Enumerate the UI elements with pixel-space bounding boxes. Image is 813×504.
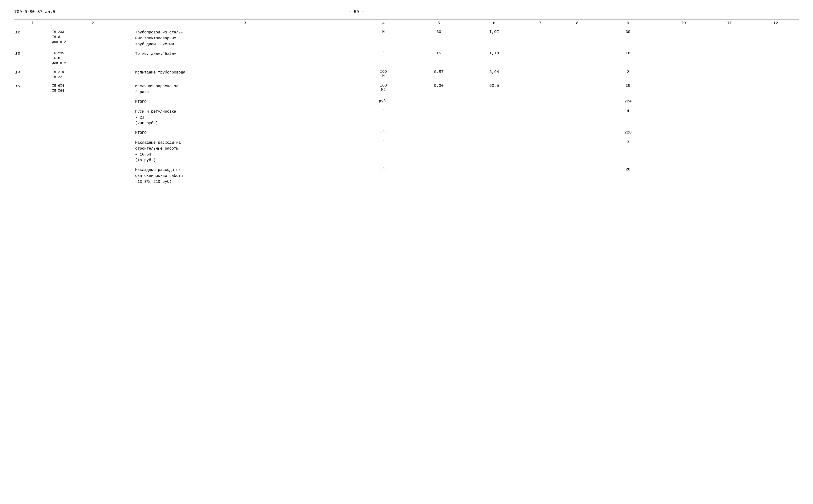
row-col10 <box>661 106 707 128</box>
row-code <box>51 165 134 186</box>
table-row: Накладные расходы на сантехнические рабо… <box>14 165 799 186</box>
col-header-3: 3 <box>134 19 356 27</box>
row-description: Испытание трубопровода <box>134 67 356 81</box>
row-col8 <box>559 165 596 186</box>
row-id: I4 <box>14 67 51 81</box>
row-col6 <box>466 137 522 165</box>
row-col12 <box>753 81 799 97</box>
row-col11 <box>707 27 753 49</box>
row-col12 <box>753 97 799 106</box>
row-col12 <box>753 27 799 49</box>
table-row: Накладные расходы на строительные работы… <box>14 137 799 165</box>
row-col6 <box>466 165 522 186</box>
row-unit: –"– <box>356 128 411 137</box>
table-row: I4I6-2I9 I6-22Испытание трубопроводаIOO … <box>14 67 799 81</box>
table-row: ИТОГОруб.224 <box>14 97 799 106</box>
row-col9: 28 <box>595 165 660 186</box>
row-description: Масляная окраска за 2 раза <box>134 81 356 97</box>
row-col8 <box>559 67 596 81</box>
row-code <box>51 128 134 137</box>
row-col8 <box>559 27 596 49</box>
row-description: Накладные расходы на строительные работы… <box>134 137 356 165</box>
row-col9: I8 <box>595 49 660 67</box>
row-col7 <box>522 67 559 81</box>
row-col12 <box>753 49 799 67</box>
row-unit: –"– <box>356 106 411 128</box>
row-description: Накладные расходы на сантехнические рабо… <box>134 165 356 186</box>
row-unit: руб. <box>356 97 411 106</box>
row-description: Пуск и регулировка - 2% (206 руб.) <box>134 106 356 128</box>
row-col5 <box>411 137 466 165</box>
row-col5 <box>411 128 466 137</box>
row-col12 <box>753 128 799 137</box>
row-id <box>14 128 51 137</box>
row-id: I3 <box>14 49 51 67</box>
row-col6 <box>466 106 522 128</box>
row-col5: 0,30 <box>411 81 466 97</box>
row-col5 <box>411 106 466 128</box>
row-description: Трубопровод из сталь- ных электросварных… <box>134 27 356 49</box>
row-description: То же, диам.45х2мм <box>134 49 356 67</box>
row-col9: 3 <box>595 137 660 165</box>
row-unit: М <box>356 27 411 49</box>
row-col7 <box>522 81 559 97</box>
row-col6: I,OI <box>466 27 522 49</box>
table-row: I2I6-233 I6-8 доп.в.2Трубопровод из стал… <box>14 27 799 49</box>
table-row: I3I6-235 I6-8 доп.в.2То же, диам.45х2мм"… <box>14 49 799 67</box>
row-col7 <box>522 165 559 186</box>
table-row: ИТОГО–"–228 <box>14 128 799 137</box>
row-id: I5 <box>14 81 51 97</box>
row-id <box>14 97 51 106</box>
row-col7 <box>522 137 559 165</box>
row-col10 <box>661 165 707 186</box>
row-col6: 60,5 <box>466 81 522 97</box>
row-col7 <box>522 106 559 128</box>
row-col9: 4 <box>595 106 660 128</box>
page-number: - 59 - <box>55 9 658 14</box>
row-col10 <box>661 137 707 165</box>
main-table-container: I 2 3 4 5 6 7 8 9 IO II I2 I2I6-233 I6-8… <box>14 19 799 186</box>
row-col11 <box>707 137 753 165</box>
row-col11 <box>707 81 753 97</box>
row-id <box>14 165 51 186</box>
row-col10 <box>661 128 707 137</box>
row-col8 <box>559 49 596 67</box>
row-col11 <box>707 106 753 128</box>
document-id: 709-9-80.87 ал.5 <box>14 9 55 14</box>
row-col5: 30 <box>411 27 466 49</box>
row-col9: I8 <box>595 81 660 97</box>
col-header-1: I <box>14 19 51 27</box>
row-col11 <box>707 97 753 106</box>
col-header-2: 2 <box>51 19 134 27</box>
row-col5 <box>411 97 466 106</box>
col-header-10: IO <box>661 19 707 27</box>
row-code: I6-235 I6-8 доп.в.2 <box>51 49 134 67</box>
row-col7 <box>522 97 559 106</box>
row-unit: IOO М <box>356 67 411 81</box>
row-code <box>51 97 134 106</box>
row-unit: –"– <box>356 165 411 186</box>
row-code <box>51 137 134 165</box>
col-header-8: 8 <box>559 19 596 27</box>
row-col10 <box>661 67 707 81</box>
row-col11 <box>707 128 753 137</box>
col-header-4: 4 <box>356 19 411 27</box>
row-col6: I,I8 <box>466 49 522 67</box>
col-header-11: II <box>707 19 753 27</box>
row-unit: IOO М2 <box>356 81 411 97</box>
row-code <box>51 106 134 128</box>
row-col8 <box>559 81 596 97</box>
row-col10 <box>661 81 707 97</box>
row-col12 <box>753 137 799 165</box>
row-col6: 3,94 <box>466 67 522 81</box>
row-col11 <box>707 49 753 67</box>
row-col7 <box>522 128 559 137</box>
row-col8 <box>559 128 596 137</box>
row-col6 <box>466 97 522 106</box>
col-header-9: 9 <box>595 19 660 27</box>
table-row: Пуск и регулировка - 2% (206 руб.)–"–4 <box>14 106 799 128</box>
row-col9: 224 <box>595 97 660 106</box>
row-col12 <box>753 106 799 128</box>
row-code: I6-2I9 I6-22 <box>51 67 134 81</box>
col-header-7: 7 <box>522 19 559 27</box>
